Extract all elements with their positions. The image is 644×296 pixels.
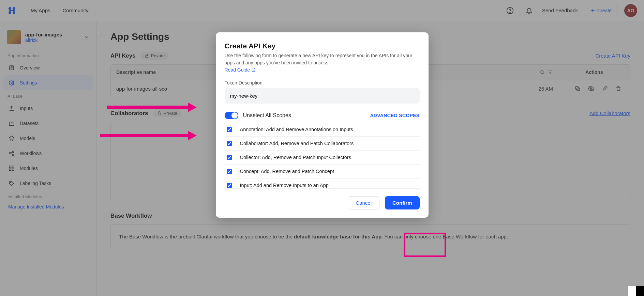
- token-description-label: Token Description: [225, 80, 420, 85]
- scope-text: Collaborator: Add, Remove and Patch Coll…: [240, 141, 354, 146]
- scope-text: Concept: Add, Remove and Patch Concept: [240, 169, 334, 174]
- create-api-key-modal: Create API Key Use the following form to…: [216, 32, 429, 218]
- scope-toggle-row: Unselect All Scopes ADVANCED SCOPES: [225, 112, 420, 119]
- scope-checkbox[interactable]: [227, 127, 232, 132]
- scope-list[interactable]: Annotation: Add and Remove Annotations o…: [225, 123, 420, 189]
- unselect-all-label: Unselect All Scopes: [243, 112, 291, 119]
- scope-checkbox[interactable]: [227, 183, 232, 188]
- advanced-scopes-link[interactable]: ADVANCED SCOPES: [370, 113, 419, 118]
- token-description-input[interactable]: [225, 88, 420, 104]
- scope-item[interactable]: Collector: Add, Remove and Patch Input C…: [225, 151, 420, 165]
- scope-item[interactable]: Concept: Add, Remove and Patch Concept: [225, 165, 420, 178]
- unselect-all-toggle[interactable]: [225, 112, 238, 119]
- scope-text: Input: Add and Remove Inputs to an App: [240, 183, 329, 188]
- scope-checkbox[interactable]: [227, 141, 232, 146]
- cancel-button[interactable]: Cancel: [348, 196, 379, 209]
- modal-actions: Cancel Confirm: [225, 196, 420, 209]
- external-link-icon: [251, 68, 256, 72]
- modal-title: Create API Key: [225, 42, 420, 50]
- modal-description: Use the following form to generate a new…: [225, 52, 420, 66]
- scope-text: Annotation: Add and Remove Annotations o…: [240, 127, 353, 132]
- modal-overlay[interactable]: Create API Key Use the following form to…: [0, 0, 644, 296]
- corner-patch: [628, 286, 644, 296]
- read-guide-link[interactable]: Read Guide: [225, 67, 256, 73]
- scope-checkbox[interactable]: [227, 169, 232, 174]
- scope-item[interactable]: Input: Add and Remove Inputs to an App: [225, 178, 420, 189]
- scope-checkbox[interactable]: [227, 155, 232, 160]
- confirm-button[interactable]: Confirm: [385, 196, 420, 209]
- scope-text: Collector: Add, Remove and Patch Input C…: [240, 155, 351, 160]
- scope-item[interactable]: Collaborator: Add, Remove and Patch Coll…: [225, 137, 420, 151]
- scope-item[interactable]: Annotation: Add and Remove Annotations o…: [225, 123, 420, 137]
